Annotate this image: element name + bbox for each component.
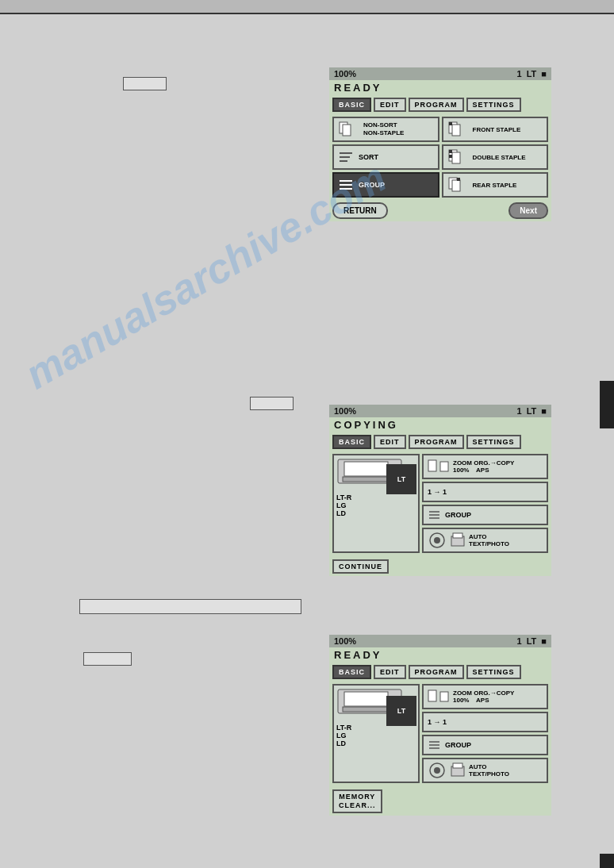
sort-icon	[338, 148, 355, 166]
lcd-header-1: 100% 1 LT ■	[329, 67, 551, 80]
svg-point-43	[434, 767, 440, 774]
non-sort-icon	[338, 121, 360, 138]
svg-rect-11	[449, 155, 452, 158]
ready-status-1: READY	[329, 80, 551, 95]
option-group[interactable]: GROUP	[332, 172, 439, 198]
duplex-row-3[interactable]: 1 → 1	[422, 712, 548, 732]
svg-rect-16	[452, 180, 460, 191]
long-label-text	[79, 599, 301, 614]
bottom-nav-1: RETURN Next	[329, 200, 551, 221]
ready-status-3: READY	[329, 647, 551, 663]
image-row-3[interactable]: AUTO TEXT/PHOTO	[422, 758, 548, 783]
tray-list-3: LT-R LG LD	[336, 724, 416, 747]
svg-rect-19	[344, 462, 388, 476]
group-icon	[338, 176, 355, 194]
edit-btn-2[interactable]: EDIT	[374, 435, 406, 449]
option-non-sort[interactable]: NON-SORTNON-STAPLE	[332, 117, 439, 142]
double-staple-icon	[447, 148, 470, 166]
svg-rect-4	[449, 122, 452, 125]
header-status-2: 1 LT ■	[517, 406, 547, 416]
label-panel2-top	[250, 397, 294, 410]
program-btn-2[interactable]: PROGRAM	[409, 435, 464, 449]
svg-rect-36	[428, 690, 436, 701]
copies-3: 1	[517, 636, 522, 646]
lt-tray-visual-3: LT	[386, 696, 416, 726]
svg-rect-17	[457, 178, 460, 181]
group-row-2[interactable]: GROUP	[422, 505, 548, 525]
paper-icon-2: ■	[541, 406, 547, 416]
copies-2: 1	[517, 406, 522, 416]
basic-btn-1[interactable]: BASIC	[332, 98, 371, 112]
group-icon-3	[428, 739, 442, 751]
tray-lg-2[interactable]: LG	[336, 501, 416, 509]
option-sort[interactable]: SORT	[332, 144, 439, 170]
zoom-arrow-icon-2: →	[428, 458, 450, 475]
svg-rect-38	[440, 692, 448, 701]
lcd-screen-1: 100% 1 LT ■ READY BASIC EDIT PROGRAM SET…	[329, 67, 551, 221]
svg-point-29	[434, 537, 440, 543]
paper-size-2: LT	[527, 406, 537, 416]
memory-clear-btn-3[interactable]: MEMORYCLEAR...	[332, 789, 382, 813]
long-label-bar	[79, 599, 301, 614]
tray-ld-2[interactable]: LD	[336, 509, 416, 517]
settings-btn-2[interactable]: SETTINGS	[466, 435, 521, 449]
lcd-screen-3: 100% 1 LT ■ READY BASIC EDIT PROGRAM SET…	[329, 635, 551, 816]
zoom-row-2[interactable]: → ZOOM ORG.→COPY 100% APS	[422, 454, 548, 479]
edit-btn-3[interactable]: EDIT	[374, 665, 406, 679]
top-bar	[0, 0, 614, 14]
zoom-level-1: 100%	[334, 69, 356, 79]
lcd-header-2: 100% 1 LT ■	[329, 405, 551, 417]
option-rear-staple[interactable]: REAR STAPLE	[442, 172, 549, 198]
svg-rect-45	[453, 763, 462, 768]
bottom-bar-corner	[600, 854, 614, 868]
print-icon-2	[450, 532, 466, 549]
settings-btn-1[interactable]: SETTINGS	[466, 98, 521, 112]
svg-rect-9	[452, 152, 460, 163]
group-icon-2	[428, 509, 442, 521]
continue-btn-2[interactable]: CONTINUE	[332, 559, 389, 574]
zoom-row-3[interactable]: → ZOOM ORG.→COPY 100% APS	[422, 684, 548, 709]
group-row-3[interactable]: GROUP	[422, 735, 548, 755]
svg-rect-34	[343, 707, 392, 712]
program-btn-1[interactable]: PROGRAM	[409, 98, 464, 112]
basic-btn-2[interactable]: BASIC	[332, 435, 371, 449]
next-btn-1[interactable]: Next	[508, 202, 548, 219]
copy-main-3: LT-R LG LD LT →	[329, 682, 551, 785]
label-top	[123, 77, 167, 90]
copying-status: COPYING	[329, 417, 551, 432]
paper-icon-1: ■	[541, 69, 547, 79]
svg-rect-31	[453, 533, 462, 538]
tray-ld-3[interactable]: LD	[336, 739, 416, 747]
image-icon-3	[428, 762, 447, 779]
option-double-staple[interactable]: DOUBLE STAPLE	[442, 144, 549, 170]
settings-btn-3[interactable]: SETTINGS	[466, 665, 521, 679]
tray-ltr-2[interactable]: LT-R	[336, 494, 416, 501]
option-front-staple[interactable]: FRONT STAPLE	[442, 117, 549, 142]
image-row-2[interactable]: AUTO TEXT/PHOTO	[422, 528, 548, 553]
front-staple-icon	[447, 121, 470, 138]
svg-rect-10	[449, 150, 452, 153]
header-status-3: 1 LT ■	[517, 636, 547, 646]
tray-list-2: LT-R LG LD	[336, 494, 416, 517]
return-btn-1[interactable]: RETURN	[332, 202, 388, 219]
paper-size-3: LT	[527, 636, 537, 646]
memory-clear-row-3: MEMORYCLEAR...	[329, 785, 551, 816]
svg-rect-24	[440, 462, 448, 471]
print-icon-3	[450, 762, 466, 779]
tray-lg-3[interactable]: LG	[336, 732, 416, 739]
svg-rect-3	[452, 125, 460, 136]
right-options-2: → ZOOM ORG.→COPY 100% APS 1 → 1 GROUP	[422, 454, 548, 553]
btn-row-3: BASIC EDIT PROGRAM SETTINGS	[329, 663, 551, 682]
right-options-3: → ZOOM ORG.→COPY 100% APS 1 → 1 GROUP	[422, 684, 548, 783]
zoom-level-2: 100%	[334, 406, 356, 416]
btn-row-2: BASIC EDIT PROGRAM SETTINGS	[329, 432, 551, 451]
edit-btn-1[interactable]: EDIT	[374, 98, 406, 112]
basic-btn-3[interactable]: BASIC	[332, 665, 371, 679]
program-btn-3[interactable]: PROGRAM	[409, 665, 464, 679]
duplex-row-2[interactable]: 1 → 1	[422, 482, 548, 502]
image-icon-2	[428, 532, 447, 549]
copy-main-2: LT-R LG LD LT →	[329, 451, 551, 555]
label-panel3-top	[83, 652, 132, 666]
lcd-screen-2: 100% 1 LT ■ COPYING BASIC EDIT PROGRAM S…	[329, 405, 551, 576]
svg-rect-33	[344, 692, 388, 706]
